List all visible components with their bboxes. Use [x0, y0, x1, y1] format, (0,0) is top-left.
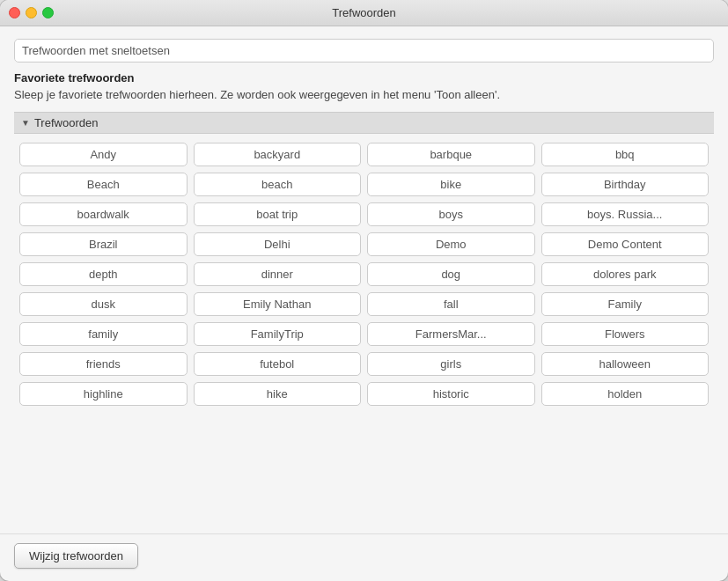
keyword-tag[interactable]: fall [367, 292, 535, 316]
keyword-tag[interactable]: boat trip [194, 202, 362, 226]
close-button[interactable] [9, 7, 20, 18]
maximize-button[interactable] [42, 7, 54, 18]
keyword-tag[interactable]: dolores park [541, 262, 710, 286]
favorites-section: Favoriete trefwoorden Sleep je favoriete… [14, 71, 714, 103]
keyword-tag[interactable]: dinner [194, 262, 362, 286]
keywords-header: ▼ Trefwoorden [14, 112, 714, 134]
keyword-tag[interactable]: backyard [194, 143, 362, 166]
chevron-down-icon: ▼ [21, 118, 30, 128]
keyword-tag[interactable]: Delhi [194, 232, 362, 256]
keyword-tag[interactable]: boys. Russia... [541, 202, 710, 226]
minimize-button[interactable] [26, 7, 37, 18]
keyword-tag[interactable]: boardwalk [19, 202, 188, 226]
window-title: Trefwoorden [332, 6, 396, 19]
keyword-tag[interactable]: dog [367, 262, 535, 286]
main-window: Trefwoorden Trefwoorden met sneltoetsen … [0, 0, 728, 581]
keyword-tag[interactable]: boys [367, 202, 535, 226]
keyword-tag[interactable]: Family [541, 292, 710, 316]
keyword-tag[interactable]: highline [19, 382, 188, 406]
keyword-tag[interactable]: FamilyTrip [194, 322, 362, 346]
titlebar: Trefwoorden [0, 0, 728, 26]
shortcuts-label: Trefwoorden met sneltoetsen [14, 39, 714, 63]
keyword-tag[interactable]: futebol [194, 352, 362, 376]
keywords-header-label: Trefwoorden [34, 116, 99, 129]
keyword-tag[interactable]: girls [367, 352, 535, 376]
keyword-tag[interactable]: FarmersMar... [367, 322, 535, 346]
keyword-tag[interactable]: dusk [19, 292, 188, 316]
keyword-tag[interactable]: holden [541, 382, 710, 406]
keyword-tag[interactable]: Birthday [541, 173, 710, 196]
keywords-section: ▼ Trefwoorden AndybackyardbarbquebbqBeac… [14, 112, 714, 521]
keyword-tag[interactable]: barbque [367, 143, 535, 166]
wijzig-trefwoorden-button[interactable]: Wijzig trefwoorden [14, 543, 138, 569]
keywords-grid: AndybackyardbarbquebbqBeachbeachbikeBirt… [14, 134, 714, 521]
keyword-tag[interactable]: halloween [541, 352, 710, 376]
keyword-tag[interactable]: friends [19, 352, 188, 376]
footer: Wijzig trefwoorden [0, 533, 728, 581]
favorites-title: Favoriete trefwoorden [14, 71, 714, 85]
keyword-tag[interactable]: Emily Nathan [194, 292, 362, 316]
keyword-tag[interactable]: Demo [367, 232, 535, 256]
keyword-tag[interactable]: bike [367, 173, 535, 196]
favorites-description: Sleep je favoriete trefwoorden hierheen.… [14, 87, 714, 103]
keyword-tag[interactable]: family [19, 322, 188, 346]
keyword-tag[interactable]: hike [194, 382, 362, 406]
keyword-tag[interactable]: Brazil [19, 232, 188, 256]
keyword-tag[interactable]: Beach [19, 173, 188, 196]
keyword-tag[interactable]: historic [367, 382, 535, 406]
keyword-tag[interactable]: Demo Content [541, 232, 710, 256]
keyword-tag[interactable]: beach [194, 173, 362, 196]
titlebar-buttons [9, 7, 54, 18]
main-content: Trefwoorden met sneltoetsen Favoriete tr… [0, 26, 728, 533]
keyword-tag[interactable]: Flowers [541, 322, 710, 346]
keyword-tag[interactable]: depth [19, 262, 188, 286]
keyword-tag[interactable]: bbq [541, 143, 710, 166]
keyword-tag[interactable]: Andy [19, 143, 188, 166]
